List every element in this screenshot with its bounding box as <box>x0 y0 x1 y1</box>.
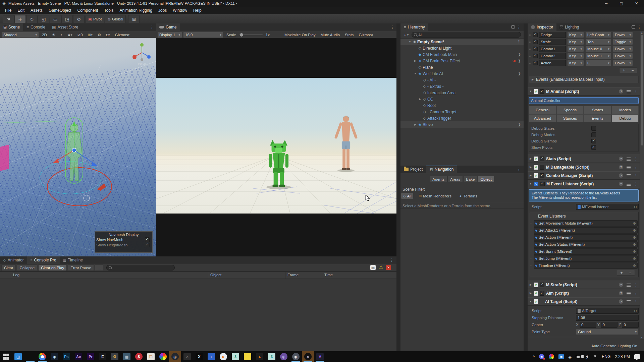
media-player-icon[interactable]: ▶ <box>217 351 229 362</box>
input-enabled-checkbox[interactable] <box>533 33 538 37</box>
remove-input-button[interactable]: − <box>628 68 637 73</box>
draw-mode-dropdown[interactable]: Shaded▾ <box>1 32 39 38</box>
collapse-button[interactable]: Collapse <box>17 264 37 271</box>
panel-menu-icon[interactable]: ⋮ <box>637 25 641 29</box>
panel-splitter[interactable] <box>396 23 400 351</box>
sketchbook-icon[interactable]: S <box>133 351 145 362</box>
drag-handle-icon[interactable]: = <box>530 250 533 253</box>
calculator-icon[interactable]: ▦ <box>121 351 133 362</box>
menu-item[interactable]: Jobs <box>155 7 170 14</box>
mevent-object-field[interactable]: ϟ Set Movement Mobile (MEvent) ⊙ <box>534 220 638 227</box>
app-blue-disk-icon[interactable]: ◫ <box>12 351 24 362</box>
bittorrent-icon[interactable]: ◎ <box>278 351 290 362</box>
minimize-button[interactable]: ─ <box>599 0 614 7</box>
component-enabled-checkbox[interactable] <box>540 89 544 94</box>
input-key-dropdown[interactable]: Left Contr▾ <box>585 32 611 38</box>
effects-dropdown-icon[interactable]: ★▾ <box>65 32 74 38</box>
component-header-ai-target[interactable]: ▼# AI Target (Script) ?⋮ <box>528 297 640 306</box>
component-menu-icon[interactable]: ⋮ <box>634 283 638 287</box>
doc-search-icon[interactable]: ❏ <box>145 351 157 362</box>
hierarchy-item[interactable]: ◇ AttackTrigger ❯ <box>400 115 524 121</box>
drag-handle-icon[interactable]: = <box>530 236 533 239</box>
rotate-tool-icon[interactable]: ↻ <box>26 15 38 23</box>
xsplit-icon[interactable]: X <box>193 351 205 362</box>
mevent-object-field[interactable]: ϟ Timeline (MEvent) ⊙ <box>534 262 638 269</box>
vlc-icon[interactable]: ▲ <box>254 351 266 362</box>
more-button[interactable]: ... <box>95 264 104 271</box>
navigation-mode-button[interactable]: Bake <box>463 176 477 182</box>
input-type-dropdown[interactable]: Key▾ <box>567 39 584 45</box>
tab-lighting[interactable]: Lighting <box>556 23 582 31</box>
console-panel-tab[interactable]: ≡Console Pro <box>27 256 60 264</box>
input-name-field[interactable]: Strafe <box>539 39 566 45</box>
menu-item[interactable]: File <box>2 7 14 14</box>
language-indicator[interactable]: ENG <box>602 354 610 359</box>
center-z-field[interactable]: 0 <box>622 322 639 328</box>
start-button[interactable] <box>0 351 12 362</box>
panel-splitter[interactable] <box>524 23 528 351</box>
show-heightmesh-checkbox[interactable] <box>145 243 150 247</box>
drag-handle-icon[interactable]: = <box>529 40 532 44</box>
display-dropdown[interactable]: Display 1▾ <box>157 32 182 38</box>
hierarchy-item[interactable]: ▶ ◇ CG ❯ <box>400 96 524 102</box>
console-search-input[interactable] <box>106 265 175 270</box>
drag-handle-icon[interactable]: = <box>530 243 533 246</box>
scene-filter-button[interactable]: ◇All <box>401 193 413 199</box>
component-menu-icon[interactable]: ⋮ <box>634 89 638 94</box>
debug-option-checkbox[interactable] <box>591 132 596 137</box>
drag-handle-icon[interactable]: = <box>530 222 533 225</box>
expand-arrow-icon[interactable]: ▼ <box>413 72 417 75</box>
battery-icon[interactable] <box>576 355 582 358</box>
manimal-section-button[interactable]: General <box>529 106 556 114</box>
panel-menu-icon[interactable]: ⋮ <box>150 25 154 29</box>
component-menu-icon[interactable]: ⋮ <box>634 299 638 304</box>
help-icon[interactable]: ? <box>619 173 623 178</box>
help-icon[interactable]: ? <box>619 165 623 169</box>
hierarchy-item[interactable]: ◇ Interaction Area ❯ <box>400 89 524 96</box>
warning-filter-icon[interactable]: ⚠ <box>379 264 383 269</box>
menu-item[interactable]: Animation Rigging <box>116 7 155 14</box>
shuriken-app-icon[interactable]: ✕ <box>181 351 193 362</box>
mevent-object-field[interactable]: ϟ Set Action (MEvent) ⊙ <box>534 234 638 241</box>
input-name-field[interactable]: Dodge <box>539 32 566 38</box>
prefab-chevron-icon[interactable]: ❯ <box>518 123 521 126</box>
manimal-section-button[interactable]: Modes <box>611 106 639 114</box>
show-navmesh-checkbox[interactable] <box>145 237 150 242</box>
component-enabled-checkbox[interactable] <box>540 157 544 161</box>
component-enabled-checkbox[interactable] <box>540 283 544 287</box>
component-menu-icon[interactable]: ⋮ <box>634 291 638 296</box>
hierarchy-item[interactable]: ▶ ◈ Steve ❯ <box>400 121 524 128</box>
component-header-m-animal[interactable]: ▼# M Animal (Script) ?⋮ <box>528 87 640 96</box>
input-name-field[interactable]: Action <box>539 60 566 66</box>
prefab-chevron-icon[interactable]: ❯ <box>518 53 521 56</box>
scene-filter-button[interactable]: ⊞Mesh Renderers <box>417 193 453 199</box>
scene-menu-icon[interactable]: ⋮ <box>517 40 521 44</box>
input-enabled-checkbox[interactable] <box>533 47 538 51</box>
drag-handle-icon[interactable]: = <box>529 61 532 65</box>
hierarchy-title[interactable]: ≡Hierarchy <box>400 23 428 31</box>
object-picker-icon[interactable]: ⊙ <box>634 205 637 209</box>
tab-inspector[interactable]: iInspector <box>528 23 556 31</box>
presets-icon[interactable] <box>627 300 631 303</box>
volume-icon[interactable] <box>586 355 588 358</box>
help-icon[interactable]: ? <box>619 299 623 304</box>
error-filter-icon[interactable]: ✕ <box>386 265 391 270</box>
navigation-mode-button[interactable]: Object <box>478 176 494 182</box>
events-foldout[interactable]: ▶Events (Enable/Disable Malbers Input) <box>529 76 639 83</box>
presets-icon[interactable] <box>627 90 631 93</box>
prefab-chevron-icon[interactable]: ❯ <box>518 59 521 63</box>
game-gizmos-dropdown[interactable]: Gizmos▾ <box>357 32 375 38</box>
expand-arrow-icon[interactable]: ▶ <box>413 59 417 62</box>
point-type-dropdown[interactable]: Ground▾ <box>576 329 639 335</box>
input-type-dropdown[interactable]: Key▾ <box>567 32 584 38</box>
input-key-dropdown[interactable]: Mouse 1▾ <box>585 53 611 59</box>
expand-arrow-icon[interactable]: ▶ <box>413 123 417 126</box>
photoshop-icon[interactable]: Ps <box>60 351 72 362</box>
scene-lighting-icon[interactable]: ☀ <box>50 32 57 38</box>
console-panel-tab[interactable]: ◇Animator <box>0 256 27 264</box>
drag-handle-icon[interactable]: = <box>529 54 532 58</box>
hierarchy-item[interactable]: ▼ ◈ Wolf Lite AI ❯ <box>400 70 524 77</box>
clear-on-play-button[interactable]: Clear on Play <box>38 264 67 271</box>
object-picker-icon[interactable]: ⊙ <box>633 242 636 247</box>
object-picker-icon[interactable]: ⊙ <box>633 256 636 261</box>
